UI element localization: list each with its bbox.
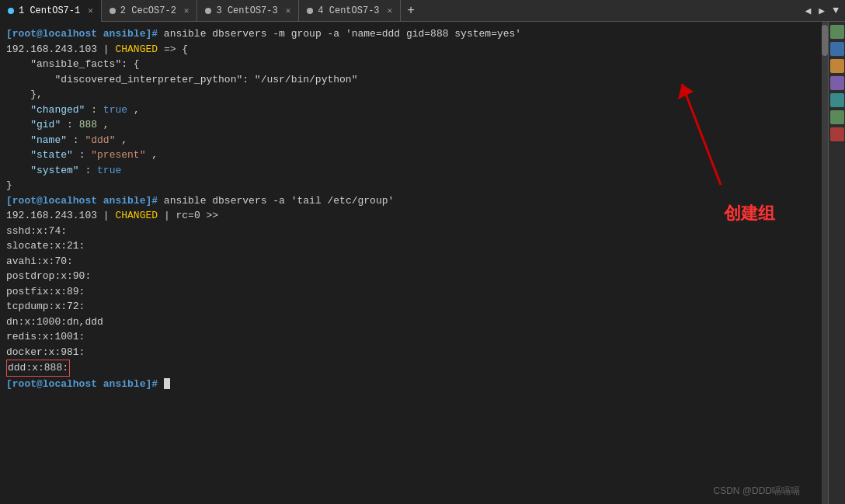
tab-label-2: 2 CecOS7-2 xyxy=(120,5,176,16)
line-postdrop: postdrop:x:90: xyxy=(6,269,815,284)
line-3: "ansible_facts": { xyxy=(6,57,815,72)
line-dn: dn:x:1000:dn,ddd xyxy=(6,315,815,330)
val-system: true xyxy=(97,165,121,176)
rest-2: | rc=0 >> xyxy=(164,210,218,221)
line-redis: redis:x:1001: xyxy=(6,329,815,345)
key-gid: "gid" xyxy=(6,119,61,130)
tab-2[interactable]: 2 CecOS7-2 ✕ xyxy=(102,0,198,22)
sidebar-icon-5[interactable] xyxy=(830,93,844,107)
line-postfix: postfix:x:89: xyxy=(6,284,815,300)
colon-5: : xyxy=(85,165,97,176)
tab-add-button[interactable]: + xyxy=(401,4,421,18)
tab-close-4[interactable]: ✕ xyxy=(388,5,393,16)
val-changed: true xyxy=(103,104,127,116)
text-4: "discovered_interpreter_python": "/usr/b… xyxy=(6,74,357,85)
cmd-1: ansible dbservers -m group -a 'name=ddd … xyxy=(164,28,521,40)
tab-next-button[interactable]: ▶ xyxy=(815,5,828,17)
tab-close-1[interactable]: ✕ xyxy=(88,5,93,16)
line-4: "discovered_interpreter_python": "/usr/b… xyxy=(6,72,815,88)
line-5: }, xyxy=(6,87,815,103)
tab-navigation: ◀ ▶ ▼ xyxy=(802,5,845,17)
sidebar-icon-6[interactable] xyxy=(830,110,844,124)
tab-label-1: 1 CentOS7-1 xyxy=(19,5,80,16)
line-8: "name" : "ddd" , xyxy=(6,133,815,148)
right-sidebar xyxy=(828,22,845,504)
line-docker: docker:x:981: xyxy=(6,345,815,360)
create-group-annotation: 创建组 xyxy=(724,200,775,226)
sidebar-icon-2[interactable] xyxy=(830,42,844,56)
colon-2: : xyxy=(67,119,79,130)
ip-1: 192.168.243.103 xyxy=(6,43,97,55)
terminal[interactable]: [root@localhost ansible]# ansible dbserv… xyxy=(0,22,822,504)
tab-dot-2 xyxy=(110,8,116,14)
comma-3: , xyxy=(121,134,127,146)
sidebar-icon-7[interactable] xyxy=(830,127,844,141)
tab-close-2[interactable]: ✕ xyxy=(184,5,190,16)
sep-1: | xyxy=(103,43,116,55)
tab-dot-4 xyxy=(307,8,313,14)
highlighted-ddd: ddd:x:888: xyxy=(6,360,70,377)
key-system: "system" xyxy=(6,165,79,176)
tab-label-3: 3 CentOS7-3 xyxy=(216,5,277,16)
scrollbar-thumb[interactable] xyxy=(822,25,828,56)
close-brace: } xyxy=(6,179,12,191)
comma-1: , xyxy=(134,104,140,116)
line-2: 192.168.243.103 | CHANGED => { xyxy=(6,42,815,57)
line-9: "state" : "present" , xyxy=(6,148,815,163)
line-12: [root@localhost ansible]# ansible dbserv… xyxy=(6,193,815,209)
ip-2: 192.168.243.103 xyxy=(6,210,97,221)
line-sshd: sshd:x:74: xyxy=(6,224,815,239)
line-13: 192.168.243.103 | CHANGED | rc=0 >> xyxy=(6,208,815,224)
tab-bar: 1 CentOS7-1 ✕ 2 CecOS7-2 ✕ 3 CentOS7-3 ✕… xyxy=(0,0,845,22)
cursor xyxy=(164,378,170,389)
comma-2: , xyxy=(103,119,110,130)
prompt-1: [root@localhost ansible]# xyxy=(6,28,158,40)
tab-menu-button[interactable]: ▼ xyxy=(829,5,842,16)
main-area: [root@localhost ansible]# ansible dbserv… xyxy=(0,22,845,504)
tab-4[interactable]: 4 CentOS7-3 ✕ xyxy=(299,0,401,22)
text-5: }, xyxy=(6,89,43,100)
tab-3[interactable]: 3 CentOS7-3 ✕ xyxy=(197,0,299,22)
sidebar-icon-4[interactable] xyxy=(830,76,844,90)
tab-dot-3 xyxy=(205,8,211,14)
colon-4: : xyxy=(79,149,92,161)
changed-badge-2: CHANGED xyxy=(115,210,158,221)
sidebar-icon-3[interactable] xyxy=(830,59,844,73)
changed-badge-1: CHANGED xyxy=(115,43,158,55)
key-changed: "changed" xyxy=(6,104,85,116)
line-11: } xyxy=(6,178,815,193)
line-final: [root@localhost ansible]# xyxy=(6,377,815,392)
tab-1[interactable]: 1 CentOS7-1 ✕ xyxy=(0,0,102,22)
prompt-2: [root@localhost ansible]# xyxy=(6,195,158,207)
sep-2: | xyxy=(103,210,116,221)
line-6: "changed" : true , xyxy=(6,103,815,118)
key-name: "name" xyxy=(6,134,67,146)
prompt-final: [root@localhost ansible]# xyxy=(6,378,158,390)
line-tcpdump: tcpdump:x:72: xyxy=(6,299,815,315)
line-10: "system" : true xyxy=(6,163,815,179)
rest-1: => { xyxy=(164,43,188,55)
tab-label-4: 4 CentOS7-3 xyxy=(318,5,379,16)
line-1: [root@localhost ansible]# ansible dbserv… xyxy=(6,26,815,42)
line-ddd: ddd:x:888: xyxy=(6,360,815,377)
key-state: "state" xyxy=(6,149,73,161)
line-7: "gid" : 888 , xyxy=(6,117,815,133)
tab-dot-1 xyxy=(8,8,14,14)
tab-close-3[interactable]: ✕ xyxy=(286,5,291,16)
val-state: "present" xyxy=(91,149,145,161)
tab-prev-button[interactable]: ◀ xyxy=(802,5,815,17)
val-name: "ddd" xyxy=(85,134,115,146)
watermark: CSDN @DDD嗝嗝嗝 xyxy=(713,484,800,498)
val-gid: 888 xyxy=(79,119,97,130)
line-avahi: avahi:x:70: xyxy=(6,254,815,269)
text-3: "ansible_facts": { xyxy=(6,58,140,70)
colon-3: : xyxy=(73,134,85,146)
sidebar-icon-1[interactable] xyxy=(830,25,844,39)
line-slocate: slocate:x:21: xyxy=(6,238,815,254)
colon-1: : xyxy=(91,104,103,116)
comma-4: , xyxy=(151,149,158,161)
cmd-2: ansible dbservers -a 'tail /etc/group' xyxy=(164,195,394,207)
scrollbar[interactable] xyxy=(822,22,828,504)
